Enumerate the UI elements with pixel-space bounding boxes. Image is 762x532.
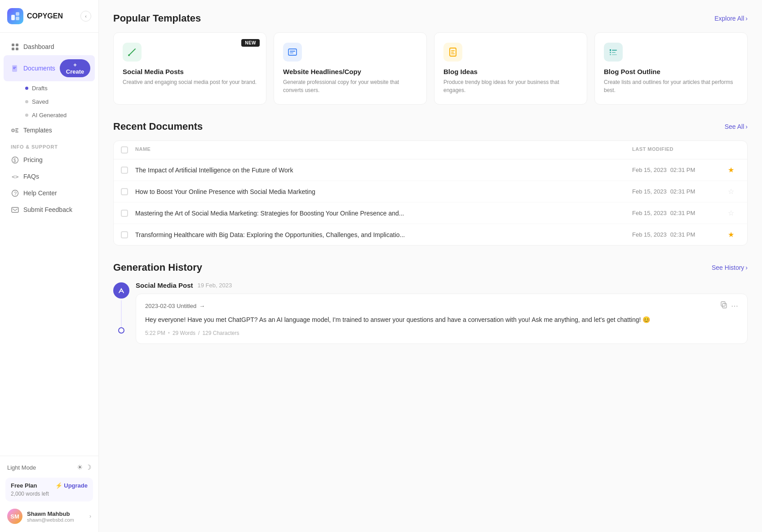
doc3-star[interactable]: ☆: [722, 209, 740, 217]
see-history-button[interactable]: See History ›: [712, 264, 748, 271]
upgrade-label: Upgrade: [64, 482, 88, 489]
user-info: Shawn Mahbub shawn@websbd.com: [27, 510, 85, 523]
doc2-time-val: 02:31 PM: [670, 188, 696, 195]
sidebar: COPYGEN ‹ Dashboard: [0, 0, 99, 532]
doc1-date-val: Feb 15, 2023: [632, 167, 667, 173]
logo-icon: [7, 8, 23, 24]
svg-rect-9: [13, 68, 15, 69]
website-headlines-title: Website Headlines/Copy: [283, 68, 417, 75]
doc1-date: Feb 15, 2023 02:31 PM: [632, 167, 722, 173]
svg-rect-30: [612, 50, 617, 51]
row2-checkbox[interactable]: [121, 188, 128, 195]
blog-ideas-icon: [443, 43, 462, 62]
svg-point-11: [13, 130, 13, 131]
svg-rect-8: [13, 67, 16, 68]
avatar: SM: [7, 509, 22, 524]
doc3-time-val: 02:31 PM: [670, 210, 696, 216]
user-name: Shawn Mahbub: [27, 510, 85, 517]
doc3-date-val: Feb 15, 2023: [632, 210, 667, 216]
doc2-date: Feb 15, 2023 02:31 PM: [632, 188, 722, 195]
light-mode-button[interactable]: ☀: [77, 463, 83, 471]
user-email: shawn@websbd.com: [27, 517, 85, 523]
row1-checkbox[interactable]: [121, 167, 128, 174]
upgrade-button[interactable]: ⚡ Upgrade: [55, 482, 88, 489]
svg-rect-27: [451, 52, 454, 53]
sidebar-item-pricing[interactable]: $ Pricing: [4, 152, 95, 168]
sidebar-item-ai-generated[interactable]: AI Generated: [18, 109, 95, 122]
new-badge: NEW: [241, 39, 260, 47]
sidebar-collapse-button[interactable]: ‹: [80, 11, 91, 22]
history-type: Social Media Post: [136, 281, 193, 289]
svg-rect-26: [451, 50, 455, 51]
history-timeline-dot: [118, 327, 124, 334]
doc4-star[interactable]: ★: [722, 230, 740, 239]
svg-rect-28: [451, 53, 455, 54]
popular-templates-title: Popular Templates: [113, 13, 201, 24]
doc1-time-val: 02:31 PM: [670, 167, 696, 173]
sidebar-item-drafts[interactable]: Drafts: [18, 82, 95, 95]
svg-rect-3: [12, 44, 14, 46]
sidebar-item-documents[interactable]: Documents + Create: [4, 55, 95, 81]
doc2-name: How to Boost Your Online Presence with S…: [135, 188, 632, 195]
see-all-button[interactable]: See All ›: [725, 123, 748, 130]
documents-label: Documents: [23, 65, 55, 72]
svg-rect-33: [610, 54, 611, 55]
row2-checkbox-col: [121, 188, 135, 195]
header-name: NAME: [135, 146, 632, 154]
sidebar-item-help-center[interactable]: ? Help Center: [4, 185, 95, 201]
explore-all-button[interactable]: Explore All ›: [714, 15, 748, 22]
history-more-button[interactable]: ⋯: [731, 301, 738, 310]
row4-checkbox[interactable]: [121, 231, 128, 238]
history-card-header: 2023-02-03 Untitled → ⋯: [145, 301, 738, 310]
template-card-blog-ideas[interactable]: Blog Ideas Produce trendy blog ideas for…: [434, 32, 587, 105]
table-row[interactable]: Transforming Healthcare with Big Data: E…: [114, 224, 747, 245]
faqs-icon: <>: [11, 172, 19, 180]
dark-mode-button[interactable]: ☽: [85, 463, 91, 471]
history-copy-button[interactable]: [720, 301, 727, 310]
svg-rect-14: [15, 132, 18, 132]
table-row[interactable]: Mastering the Art of Social Media Market…: [114, 202, 747, 224]
templates-icon: [11, 126, 19, 134]
sidebar-item-dashboard[interactable]: Dashboard: [4, 39, 95, 55]
sidebar-item-templates[interactable]: Templates: [4, 122, 95, 138]
svg-rect-5: [12, 48, 14, 50]
svg-rect-4: [16, 44, 18, 46]
generation-history-title: Generation History: [113, 262, 202, 273]
create-button[interactable]: + Create: [60, 59, 90, 77]
sidebar-item-submit-feedback[interactable]: Submit Feedback: [4, 202, 95, 218]
generation-history-section: Generation History See History › S: [113, 262, 748, 344]
template-card-blog-outline[interactable]: Blog Post Outline Create lists and outli…: [594, 32, 748, 105]
table-row[interactable]: The Impact of Artificial Intelligence on…: [114, 159, 747, 181]
svg-rect-24: [290, 53, 293, 53]
sidebar-item-faqs[interactable]: <> FAQs: [4, 168, 95, 185]
template-card-social-media[interactable]: NEW Social Media Posts Creative and enga…: [113, 32, 266, 105]
doc4-time-val: 02:31 PM: [670, 231, 696, 238]
documents-table: NAME LAST MODIFIED The Impact of Artific…: [113, 141, 748, 246]
ai-generated-label: AI Generated: [32, 112, 66, 119]
history-separator: /: [198, 330, 199, 336]
sub-nav: Drafts Saved AI Generated: [0, 82, 98, 122]
svg-rect-1: [16, 12, 19, 16]
svg-rect-0: [11, 15, 15, 20]
table-row[interactable]: How to Boost Your Online Presence with S…: [114, 181, 747, 202]
select-all-checkbox[interactable]: [121, 146, 128, 154]
table-header: NAME LAST MODIFIED: [114, 141, 747, 159]
see-history-label: See History: [712, 264, 744, 271]
template-card-website-headlines[interactable]: Website Headlines/Copy Generate professi…: [274, 32, 427, 105]
row3-checkbox-col: [121, 210, 135, 217]
svg-rect-29: [610, 49, 611, 51]
plan-name: Free Plan: [11, 482, 37, 489]
history-chars: 129 Characters: [202, 330, 239, 336]
submit-feedback-icon: [11, 206, 19, 214]
header-last-modified: LAST MODIFIED: [632, 146, 722, 154]
doc1-star[interactable]: ★: [722, 166, 740, 174]
documents-icon: [11, 64, 19, 72]
logo-area: COPYGEN ‹: [0, 0, 98, 33]
popular-templates-section: Popular Templates Explore All › NEW Soci…: [113, 13, 748, 105]
doc2-star[interactable]: ☆: [722, 187, 740, 196]
row3-checkbox[interactable]: [121, 210, 128, 217]
user-row[interactable]: SM Shawn Mahbub shawn@websbd.com ›: [5, 506, 93, 527]
social-media-desc: Creative and engaging social media post …: [123, 78, 257, 86]
sidebar-item-saved[interactable]: Saved: [18, 95, 95, 108]
history-card-actions: ⋯: [720, 301, 738, 310]
